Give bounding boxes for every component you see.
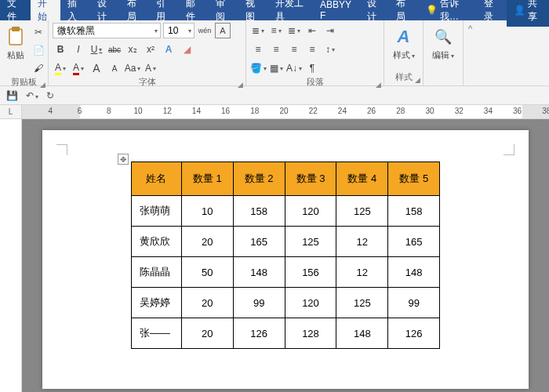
- data-table[interactable]: 姓名数量 1数量 2数量 3数量 4数量 5 张萌萌10158120125158…: [131, 162, 440, 349]
- tab-file[interactable]: 文件: [0, 0, 31, 20]
- cell-value[interactable]: 125: [336, 196, 388, 227]
- tab-4[interactable]: 引用: [149, 0, 179, 20]
- char-border-button[interactable]: A: [215, 23, 231, 38]
- cell-value[interactable]: 50: [181, 257, 233, 288]
- editing-button[interactable]: 🔍 编辑: [427, 23, 459, 61]
- ruler-vertical[interactable]: [0, 119, 22, 392]
- cell-value[interactable]: 158: [388, 196, 440, 227]
- redo-button[interactable]: ↻: [46, 90, 54, 101]
- tab-7[interactable]: 视图: [238, 0, 268, 20]
- increase-indent-button[interactable]: ⇥: [322, 23, 338, 38]
- dialog-launcher-icon[interactable]: ◢: [415, 76, 420, 84]
- table-header[interactable]: 数量 1: [181, 162, 233, 196]
- cell-name[interactable]: 陈晶晶: [131, 257, 181, 288]
- cell-value[interactable]: 20: [181, 227, 233, 257]
- cell-value[interactable]: 120: [285, 196, 336, 227]
- tab-8[interactable]: 开发工具: [268, 0, 314, 20]
- paste-button[interactable]: 粘贴: [4, 23, 27, 61]
- cell-value[interactable]: 12: [336, 257, 388, 288]
- underline-button[interactable]: U: [89, 42, 104, 57]
- page[interactable]: ✥ 姓名数量 1数量 2数量 3数量 4数量 5 张萌萌101581201251…: [42, 130, 529, 389]
- align-center-button[interactable]: ≡: [268, 42, 284, 57]
- save-button[interactable]: 💾: [6, 90, 18, 101]
- tab-2[interactable]: 设计: [90, 0, 120, 20]
- table-header[interactable]: 数量 5: [388, 162, 440, 196]
- cell-value[interactable]: 20: [181, 288, 233, 318]
- cell-value[interactable]: 148: [388, 257, 440, 288]
- grow-font-button[interactable]: A: [89, 60, 104, 76]
- show-marks-button[interactable]: ¶: [304, 60, 320, 76]
- dialog-launcher-icon[interactable]: ◢: [238, 81, 243, 89]
- superscript-button[interactable]: x²: [143, 42, 158, 57]
- dialog-launcher-icon[interactable]: ◢: [376, 81, 381, 89]
- table-row[interactable]: 吴婷婷209912012599: [131, 288, 439, 318]
- cell-value[interactable]: 165: [388, 227, 440, 257]
- tab-0[interactable]: 开始: [31, 0, 60, 20]
- numbering-button[interactable]: ≡: [268, 23, 284, 38]
- line-spacing-button[interactable]: ↕: [322, 42, 338, 57]
- cell-value[interactable]: 125: [285, 227, 336, 257]
- italic-button[interactable]: I: [71, 42, 86, 57]
- tab-6[interactable]: 审阅: [209, 0, 238, 20]
- tab-1[interactable]: 插入: [60, 0, 90, 20]
- cell-value[interactable]: 126: [233, 318, 285, 349]
- shading-button[interactable]: 🪣: [250, 60, 266, 76]
- cell-value[interactable]: 125: [336, 288, 388, 318]
- cell-name[interactable]: 吴婷婷: [131, 288, 181, 318]
- collapse-ribbon-button[interactable]: ^: [463, 20, 477, 85]
- eraser-button[interactable]: ◢: [179, 42, 195, 57]
- bullets-button[interactable]: ≣: [250, 23, 266, 38]
- text-effects-button[interactable]: A: [161, 42, 176, 57]
- subscript-button[interactable]: x₂: [125, 42, 140, 57]
- sort-button[interactable]: A↓: [286, 60, 302, 76]
- dialog-launcher-icon[interactable]: ◢: [40, 81, 45, 89]
- cell-name[interactable]: 张萌萌: [131, 196, 181, 227]
- char-shading-button[interactable]: A: [143, 60, 158, 76]
- cell-name[interactable]: 张——: [131, 318, 181, 349]
- cell-value[interactable]: 165: [233, 227, 285, 257]
- table-header[interactable]: 数量 3: [285, 162, 336, 196]
- table-header[interactable]: 数量 4: [336, 162, 388, 196]
- ruler-horizontal[interactable]: L 468101214161820222426283032343638: [0, 105, 549, 119]
- cell-value[interactable]: 10: [181, 196, 233, 227]
- table-row[interactable]: 黄欣欣2016512512165: [131, 227, 439, 257]
- cell-value[interactable]: 156: [285, 257, 336, 288]
- cell-name[interactable]: 黄欣欣: [131, 227, 181, 257]
- cell-value[interactable]: 99: [388, 288, 440, 318]
- cut-button[interactable]: ✂: [31, 24, 46, 40]
- shrink-font-button[interactable]: A: [107, 60, 122, 76]
- table-header[interactable]: 姓名: [131, 162, 181, 196]
- styles-button[interactable]: A 样式: [388, 23, 419, 61]
- cell-value[interactable]: 12: [336, 227, 388, 257]
- table-move-handle[interactable]: ✥: [118, 154, 129, 165]
- tab-10[interactable]: 设计: [360, 0, 390, 20]
- format-painter-button[interactable]: 🖌: [31, 60, 46, 76]
- table-header[interactable]: 数量 2: [233, 162, 285, 196]
- multilevel-button[interactable]: ≣: [286, 23, 302, 38]
- font-color-button[interactable]: A: [71, 60, 86, 76]
- cell-value[interactable]: 20: [181, 318, 233, 349]
- tab-3[interactable]: 布局: [120, 0, 150, 20]
- cell-value[interactable]: 128: [285, 318, 336, 349]
- highlight-button[interactable]: A: [53, 60, 68, 76]
- copy-button[interactable]: 📄: [31, 42, 46, 58]
- bold-button[interactable]: B: [53, 42, 68, 57]
- font-size-combo[interactable]: 10▾: [163, 23, 195, 38]
- cell-value[interactable]: 120: [285, 288, 336, 318]
- table-row[interactable]: 陈晶晶5014815612148: [131, 257, 439, 288]
- table-row[interactable]: 张萌萌10158120125158: [131, 196, 439, 227]
- phonetic-guide-button[interactable]: wén: [197, 23, 213, 38]
- tab-11[interactable]: 布局: [389, 0, 419, 20]
- font-name-combo[interactable]: 微软雅黑▾: [53, 23, 161, 38]
- tab-9[interactable]: ABBYY F: [313, 0, 360, 20]
- cell-value[interactable]: 126: [388, 318, 440, 349]
- login-button[interactable]: 登录: [477, 0, 507, 27]
- align-right-button[interactable]: ≡: [286, 42, 302, 57]
- cell-value[interactable]: 158: [233, 196, 285, 227]
- change-case-button[interactable]: Aa: [125, 60, 140, 76]
- cell-value[interactable]: 148: [233, 257, 285, 288]
- borders-button[interactable]: ▦: [268, 60, 284, 76]
- align-left-button[interactable]: ≡: [250, 42, 266, 57]
- justify-button[interactable]: ≡: [304, 42, 320, 57]
- cell-value[interactable]: 148: [336, 318, 388, 349]
